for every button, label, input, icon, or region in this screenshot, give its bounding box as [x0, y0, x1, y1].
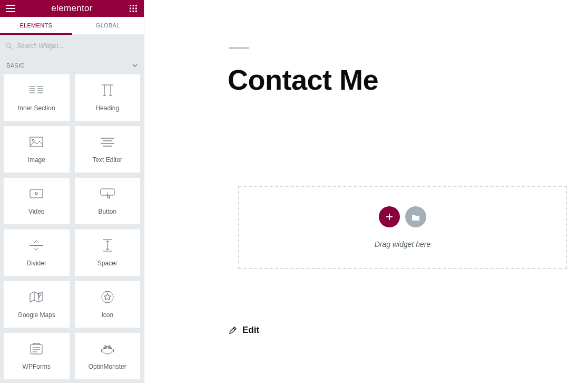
edit-label: Edit — [242, 325, 259, 336]
page-title: Contact Me — [228, 63, 588, 96]
widget-label: WPForms — [23, 363, 51, 370]
heading-icon — [101, 83, 114, 97]
svg-line-13 — [10, 47, 12, 49]
widget-inner-section[interactable]: Inner Section — [3, 74, 70, 121]
widget-video[interactable]: Video — [3, 177, 70, 225]
folder-icon — [411, 213, 420, 221]
search-wrap — [0, 35, 144, 57]
svg-rect-46 — [31, 344, 42, 354]
svg-point-28 — [32, 139, 34, 141]
widget-optinmonster[interactable]: OptinMonster — [74, 332, 141, 380]
hamburger-icon[interactable] — [4, 2, 17, 15]
widget-spacer[interactable]: Spacer — [74, 229, 141, 276]
widget-icon[interactable]: Icon — [74, 281, 141, 328]
widget-label: Button — [98, 208, 116, 215]
title-rule — [229, 47, 249, 49]
svg-point-12 — [6, 43, 11, 47]
category-basic-label: BASIC — [6, 62, 25, 69]
svg-rect-7 — [133, 7, 134, 9]
video-icon — [30, 187, 43, 200]
pencil-icon — [229, 326, 237, 334]
tab-elements[interactable]: ELEMENTS — [0, 17, 72, 34]
widget-label: Video — [28, 208, 44, 215]
widget-label: Google Maps — [18, 311, 55, 319]
svg-rect-9 — [130, 11, 131, 12]
widget-image[interactable]: Image — [3, 126, 70, 173]
svg-rect-6 — [130, 7, 131, 9]
widget-divider[interactable]: Divider — [3, 229, 70, 276]
drop-zone-buttons — [379, 206, 426, 227]
search-input[interactable] — [13, 40, 139, 52]
tab-elements-label: ELEMENTS — [19, 22, 52, 28]
template-library-button[interactable] — [405, 206, 426, 227]
button-icon — [100, 187, 115, 200]
widget-label: Text Editor — [92, 156, 122, 164]
brand-logo: elementor — [17, 3, 127, 14]
widget-label: Image — [28, 156, 45, 164]
widget-google-maps[interactable]: Google Maps — [3, 281, 70, 328]
svg-rect-33 — [30, 189, 43, 198]
divider-icon — [30, 238, 43, 252]
image-icon — [30, 135, 43, 149]
text-editor-icon — [101, 135, 114, 149]
svg-line-57 — [233, 328, 235, 330]
svg-rect-11 — [135, 11, 137, 12]
sidebar-panel: elementor ELEMENTS GLOBAL BASIC Inner Se… — [0, 0, 144, 383]
svg-marker-34 — [35, 192, 38, 195]
svg-rect-8 — [135, 7, 137, 9]
category-basic-header[interactable]: BASIC — [0, 57, 144, 74]
drop-zone[interactable]: Drag widget here — [238, 186, 567, 269]
canvas-content: Contact Me Drag widget here — [144, 0, 588, 269]
plus-icon — [385, 212, 394, 222]
widget-text-editor[interactable]: Text Editor — [74, 126, 141, 173]
sidebar-tabs: ELEMENTS GLOBAL — [0, 17, 144, 34]
map-icon — [30, 290, 43, 304]
svg-point-54 — [109, 347, 110, 348]
svg-rect-3 — [130, 5, 131, 6]
inner-section-icon — [30, 83, 43, 97]
tab-global[interactable]: GLOBAL — [72, 17, 144, 34]
svg-rect-27 — [30, 137, 43, 147]
svg-marker-45 — [104, 293, 111, 300]
star-icon — [101, 290, 114, 304]
add-section-button[interactable] — [379, 206, 400, 227]
sidebar-header: elementor — [0, 0, 144, 17]
edit-section-handle[interactable]: Edit — [229, 325, 259, 336]
optinmonster-icon — [100, 342, 115, 356]
editor-canvas[interactable]: Contact Me Drag widget here Edit — [144, 0, 588, 383]
search-icon — [5, 42, 13, 50]
svg-rect-5 — [135, 5, 137, 6]
widget-wpforms[interactable]: WPForms — [3, 332, 70, 380]
widget-label: OptinMonster — [89, 363, 126, 370]
widget-grid: Inner Section Heading Image Text Editor — [0, 74, 144, 383]
drop-zone-caption: Drag widget here — [375, 240, 431, 248]
chevron-down-icon — [132, 63, 138, 68]
spacer-icon — [102, 238, 113, 252]
svg-rect-4 — [133, 5, 134, 6]
widget-label: Icon — [101, 311, 113, 319]
widget-heading[interactable]: Heading — [74, 74, 141, 121]
widget-label: Inner Section — [18, 104, 55, 112]
svg-point-53 — [105, 347, 106, 348]
svg-rect-10 — [133, 11, 134, 12]
widget-label: Heading — [95, 104, 119, 112]
widget-label: Divider — [27, 260, 46, 267]
apps-grid-icon[interactable] — [127, 2, 140, 15]
widget-button[interactable]: Button — [74, 177, 141, 225]
tab-global-label: GLOBAL — [96, 22, 120, 28]
widget-label: Spacer — [97, 260, 117, 267]
form-icon — [30, 342, 43, 356]
